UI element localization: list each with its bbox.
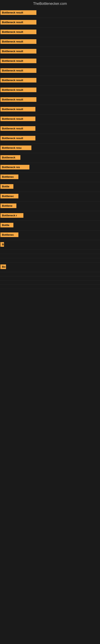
list-item: Bottleneck result	[0, 37, 100, 47]
list-item	[0, 285, 100, 289]
bottleneck-result-bar[interactable]: B	[0, 242, 4, 247]
bottleneck-result-bar[interactable]: Bottleneck result	[0, 97, 36, 102]
list-item: Bottlene	[0, 202, 100, 211]
list-item: Bottleneck result	[0, 8, 100, 18]
bottleneck-result-bar[interactable]: Bottlenec	[0, 232, 18, 237]
list-item: Bottleneck result	[0, 76, 100, 86]
bottleneck-result-bar[interactable]: Bottlenec	[0, 174, 18, 179]
list-item: Bottleneck result	[0, 47, 100, 56]
list-item: Bottleneck resu	[0, 144, 100, 153]
list-item: Bottleneck result	[0, 66, 100, 76]
bottleneck-result-bar[interactable]: Bottleneck result	[0, 49, 36, 54]
list-item: Bo	[0, 262, 100, 272]
bottleneck-result-bar[interactable]: Bottleneck result	[0, 78, 36, 82]
list-item: Bottleneck result	[0, 86, 100, 95]
bottleneck-result-bar[interactable]: Bottleneck result	[0, 88, 36, 92]
list-item: Bottleneck r	[0, 211, 100, 221]
list-item: Bottleneck result	[0, 28, 100, 37]
bottleneck-result-bar[interactable]: Bottleneck result	[0, 30, 36, 34]
list-item	[0, 250, 100, 254]
list-item: Bottleneck result	[0, 124, 100, 134]
list-item: Bottleneck res	[0, 163, 100, 172]
bottleneck-result-bar[interactable]: Bottleneck	[0, 155, 20, 160]
bottleneck-result-bar[interactable]: Bottle	[0, 223, 13, 228]
list-item: Bottlenec	[0, 192, 100, 202]
list-item	[0, 272, 100, 276]
bottleneck-result-bar[interactable]: Bottleneck result	[0, 107, 35, 112]
list-item: B	[0, 240, 100, 250]
list-item	[0, 254, 100, 258]
bottleneck-result-bar[interactable]: Bottleneck result	[0, 136, 35, 140]
site-title: TheBottlenecker.com	[0, 0, 100, 8]
bottleneck-result-bar[interactable]: Bottleneck result	[0, 116, 35, 121]
list-item: Bottleneck	[0, 153, 100, 163]
list-item	[0, 280, 100, 285]
bottleneck-result-bar[interactable]: Bottleneck res	[0, 165, 29, 170]
bottleneck-result-bar[interactable]: Bottleneck result	[0, 39, 36, 44]
bottleneck-result-bar[interactable]: Bottleneck resu	[0, 146, 31, 150]
bottleneck-result-bar[interactable]: Bottleneck result	[0, 10, 36, 15]
list-item: Bottle	[0, 182, 100, 192]
list-item: Bottlenec	[0, 230, 100, 240]
list-item: Bottlenec	[0, 172, 100, 182]
list-item: Bottleneck result	[0, 18, 100, 28]
bottleneck-result-bar[interactable]: Bottleneck result	[0, 126, 35, 131]
list-item: Bottleneck result	[0, 95, 100, 105]
list-item	[0, 276, 100, 280]
bottleneck-result-bar[interactable]: Bottleneck result	[0, 68, 36, 73]
list-item: Bottleneck result	[0, 105, 100, 114]
list-item: Bottleneck result	[0, 134, 100, 144]
bottleneck-result-bar[interactable]: Bottleneck result	[0, 58, 36, 63]
list-item: Bottleneck result	[0, 56, 100, 66]
list-item: Bottle	[0, 221, 100, 230]
list-item	[0, 258, 100, 262]
bottleneck-result-bar[interactable]: Bottleneck r	[0, 213, 23, 218]
list-item: Bottleneck result	[0, 114, 100, 124]
site-title-text: TheBottlenecker.com	[33, 2, 67, 6]
bottleneck-result-bar[interactable]: Bo	[0, 264, 6, 269]
bottleneck-result-bar[interactable]: Bottleneck result	[0, 20, 36, 24]
bottleneck-result-bar[interactable]: Bottle	[0, 184, 13, 189]
bottleneck-result-bar[interactable]: Bottlene	[0, 204, 16, 208]
bottleneck-result-bar[interactable]: Bottlenec	[0, 194, 18, 198]
